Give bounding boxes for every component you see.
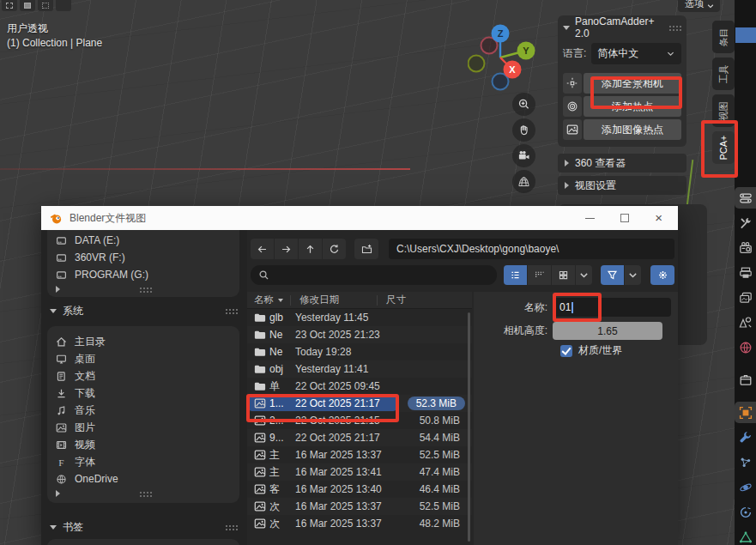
obj[interactable]: obj Yesterday 11:41 (247, 360, 472, 378)
properties-tab-object-data[interactable] (735, 526, 756, 545)
system-panel: 主目录 桌面 文档 下载 (47, 326, 239, 503)
次[interactable]: 次 16 Mar 2025 13:37 48.2 MiB (247, 515, 472, 532)
filter-options-dropdown[interactable] (625, 265, 641, 285)
volume-item[interactable]: 360VR (F:) (47, 249, 239, 266)
9...[interactable]: 9... 22 Oct 2025 21:17 54.4 MiB (247, 429, 472, 446)
file-type-icon (254, 329, 266, 341)
material-world-checkbox[interactable] (560, 345, 572, 357)
单[interactable]: 单 22 Oct 2025 09:45 (247, 378, 472, 395)
file-type-icon (254, 500, 266, 512)
主[interactable]: 主 16 Mar 2025 13:41 47.4 MiB (247, 463, 472, 481)
properties-tab-world[interactable] (735, 336, 756, 358)
system-item[interactable]: 视频 (47, 436, 239, 453)
select-new-icon[interactable] (2, 0, 17, 11)
path-field[interactable]: C:\Users\CXJ\Desktop\gong\baoye\ (389, 239, 674, 259)
system-item[interactable]: 主目录 (47, 333, 239, 350)
refresh-button[interactable] (323, 239, 346, 259)
projection-toggle-button[interactable] (512, 170, 535, 193)
chevron-down-icon (706, 2, 715, 10)
panel-header[interactable]: PanoCamAdder+ 2.0 (563, 19, 681, 36)
panel-action-button[interactable]: 添加图像热点 (584, 119, 681, 140)
bookmarks-section-header[interactable]: 书签 (50, 518, 239, 536)
volume-item[interactable]: DATA (E:) (47, 232, 239, 249)
system-item[interactable]: 字体 (47, 453, 239, 470)
properties-tab-output[interactable] (735, 262, 756, 283)
properties-tab-modifiers[interactable] (735, 427, 756, 448)
collapse-chevron-icon (50, 525, 57, 530)
view-thumbnails-button[interactable] (552, 265, 575, 285)
system-item[interactable]: 桌面 (47, 350, 239, 367)
search-input[interactable] (251, 265, 497, 285)
properties-tab-render[interactable] (735, 237, 756, 258)
select-subtract-icon[interactable] (38, 0, 53, 11)
Ne[interactable]: Ne 23 Oct 2025 21:23 (247, 326, 472, 343)
maximize-button[interactable] (620, 214, 629, 222)
sidebar-tab[interactable]: 工具 (712, 58, 735, 90)
Ne[interactable]: Ne Today 19:28 (247, 343, 472, 360)
annotation-box-pca-tab (701, 120, 738, 178)
display-options-dropdown[interactable] (576, 265, 592, 285)
button-icon (563, 119, 582, 140)
minimize-button[interactable] (585, 218, 595, 219)
language-select[interactable]: 简体中文 (591, 43, 681, 64)
system-item-icon (56, 405, 67, 416)
properties-tab-constraints[interactable] (735, 501, 756, 523)
glb[interactable]: glb Yesterday 11:45 (247, 309, 472, 326)
window-titlebar[interactable]: Blender文件视图 × (41, 206, 678, 230)
properties-tab-particles[interactable] (735, 451, 756, 473)
file-browser-main: C:\Users\CXJ\Desktop\gong\baoye\ (247, 230, 678, 545)
expand-icon[interactable] (56, 490, 60, 497)
camera-view-button[interactable] (512, 144, 535, 167)
button-icon (563, 73, 582, 94)
select-extend-icon[interactable] (20, 0, 35, 11)
properties-tab-collection[interactable] (735, 369, 756, 391)
properties-tab-scene[interactable] (735, 312, 756, 333)
properties-tab-view-layer[interactable] (735, 287, 756, 308)
次[interactable]: 次 16 Mar 2025 13:37 52.5 MiB (247, 498, 472, 515)
file-type-icon (254, 483, 266, 495)
sidebar-tab[interactable]: 条目 (712, 21, 735, 53)
zoom-tool-button[interactable] (512, 93, 535, 116)
file-type-icon (254, 346, 266, 358)
blender-app: 用户透视 (1) Collection | Plane 选项 Z Y X Pan… (0, 0, 756, 545)
svg-text:Y: Y (523, 45, 529, 56)
new-folder-button[interactable] (354, 239, 378, 259)
system-item[interactable]: 下载 (47, 385, 239, 402)
collapsed-section-header[interactable]: 360 查看器 (558, 154, 686, 173)
column-name[interactable]: 名称 (254, 294, 274, 306)
collapsed-section-header[interactable]: 视图设置 (558, 176, 686, 195)
expand-icon[interactable] (56, 286, 60, 293)
column-date[interactable]: 修改日期 (299, 294, 339, 306)
system-item[interactable]: 图片 (47, 419, 239, 436)
主[interactable]: 主 16 Mar 2025 13:37 52.5 MiB (247, 446, 472, 463)
file-list-scrollbar[interactable] (468, 312, 470, 542)
pan-tool-button[interactable] (512, 118, 535, 142)
properties-tab-tool[interactable] (735, 212, 756, 233)
file-browser-window: Blender文件视图 × DATA (E:) (41, 206, 678, 545)
system-item[interactable]: OneDrive (47, 470, 239, 487)
properties-tab-object[interactable] (735, 402, 756, 423)
funnel-icon (607, 269, 618, 281)
file-type-icon (254, 518, 266, 530)
view-rotation-gizmo[interactable]: Z Y X (468, 21, 545, 97)
close-button[interactable]: × (655, 214, 662, 222)
system-item[interactable]: 文档 (47, 367, 239, 385)
camera-height-field[interactable]: 1.65 (553, 322, 662, 340)
column-size[interactable]: 尺寸 (386, 294, 406, 306)
select-intersect-icon[interactable] (56, 0, 71, 11)
parent-dir-button[interactable] (299, 239, 322, 259)
view-list-vertical-button[interactable] (504, 265, 527, 285)
system-section-header[interactable]: 系统 (50, 302, 239, 319)
options-dropdown[interactable]: 选项 (678, 0, 720, 12)
filter-button[interactable] (601, 265, 624, 285)
properties-tab-physics[interactable] (735, 476, 756, 498)
volume-item[interactable]: PROGRAM (G:) (47, 266, 239, 283)
properties-tab-tool-settings[interactable] (735, 187, 756, 209)
back-button[interactable] (251, 239, 274, 259)
drag-grip-icon[interactable] (668, 25, 681, 31)
system-item[interactable]: 音乐 (47, 402, 239, 419)
view-list-horizontal-button[interactable] (528, 265, 551, 285)
客[interactable]: 客 16 Mar 2025 13:40 46.4 MiB (247, 481, 472, 498)
settings-button[interactable] (650, 265, 674, 285)
forward-button[interactable] (275, 239, 298, 259)
